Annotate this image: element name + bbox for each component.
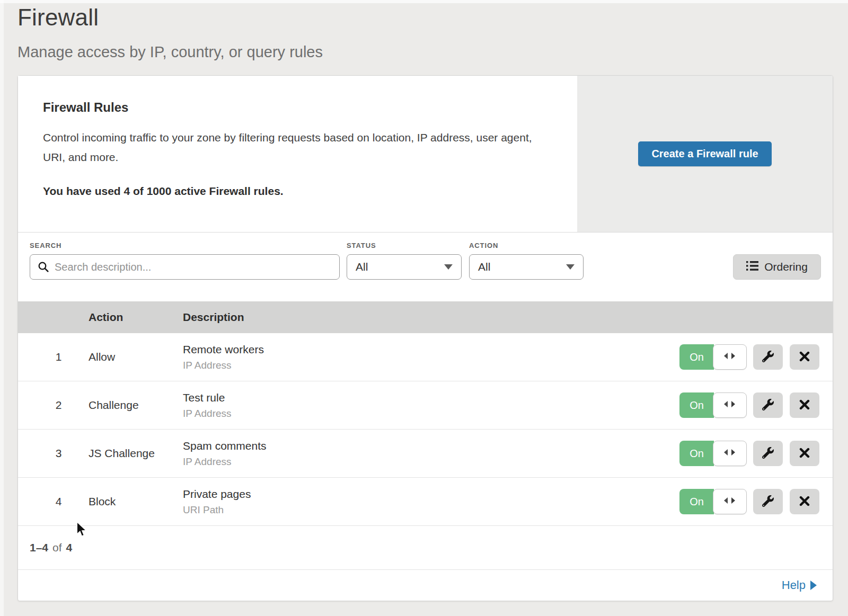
edit-rule-button[interactable] <box>753 489 783 514</box>
status-dropdown[interactable]: All <box>347 254 462 280</box>
arrow-right-icon <box>810 581 817 590</box>
search-field-wrap <box>30 254 340 280</box>
rule-action: Block <box>89 495 183 508</box>
help-link[interactable]: Help <box>782 578 817 592</box>
toggle-arrows-icon <box>723 352 736 362</box>
x-icon <box>799 399 810 412</box>
filters-bar: SEARCH STATUS All ACTION All <box>18 233 833 301</box>
table-row: 4 Block Private pages URI Path On <box>18 478 833 526</box>
delete-rule-button[interactable] <box>790 441 819 466</box>
page-title: Firewall <box>17 4 323 31</box>
toggle-on-label: On <box>679 441 714 466</box>
pagination-range: 1–4 <box>30 541 48 554</box>
rule-priority-number: 3 <box>18 447 89 460</box>
rule-priority-number: 2 <box>18 399 89 412</box>
rule-match-type: IP Address <box>183 408 679 419</box>
rule-enabled-toggle[interactable]: On <box>679 392 747 418</box>
search-label: SEARCH <box>30 242 61 249</box>
description-column-header: Description <box>183 311 833 324</box>
rule-match-type: URI Path <box>183 504 679 516</box>
toggle-on-label: On <box>679 344 714 370</box>
pagination-of: of <box>52 541 62 554</box>
delete-rule-button[interactable] <box>790 392 819 418</box>
rule-description: Spam comments <box>183 440 679 452</box>
firewall-rules-card: Firewall Rules Control incoming traffic … <box>17 75 833 601</box>
x-icon <box>799 351 810 363</box>
toggle-handle[interactable] <box>713 489 747 514</box>
action-label: ACTION <box>469 242 498 249</box>
search-input[interactable] <box>30 254 340 280</box>
card-footer: Help <box>18 570 833 601</box>
rule-description-cell: Private pages URI Path <box>183 488 679 516</box>
rule-enabled-toggle[interactable]: On <box>679 441 747 466</box>
wrench-icon <box>762 399 774 412</box>
rule-match-type: IP Address <box>183 360 679 371</box>
search-icon <box>38 261 49 275</box>
table-header: Action Description <box>18 301 833 333</box>
toggle-handle[interactable] <box>713 441 747 466</box>
help-link-label: Help <box>782 578 806 592</box>
rule-description-cell: Remote workers IP Address <box>183 343 679 371</box>
rule-priority-number: 4 <box>18 495 89 508</box>
overview-text: Firewall Rules Control incoming traffic … <box>18 76 577 232</box>
ordered-list-icon <box>746 261 758 273</box>
toggle-arrows-icon <box>723 449 736 458</box>
edit-rule-button[interactable] <box>753 344 783 370</box>
rule-controls: On <box>679 441 833 466</box>
toggle-arrows-icon <box>723 497 736 506</box>
create-firewall-rule-button[interactable]: Create a Firewall rule <box>638 141 771 166</box>
delete-rule-button[interactable] <box>790 344 819 370</box>
page-header: Firewall Manage access by IP, country, o… <box>17 4 323 61</box>
delete-rule-button[interactable] <box>790 489 819 514</box>
overview-section: Firewall Rules Control incoming traffic … <box>18 76 833 233</box>
toggle-handle[interactable] <box>713 392 747 418</box>
status-value: All <box>356 261 368 273</box>
page-subtitle: Manage access by IP, country, or query r… <box>17 43 323 61</box>
pagination-total: 4 <box>66 541 73 554</box>
rule-controls: On <box>679 392 833 418</box>
chevron-down-icon <box>444 264 453 270</box>
action-column-header: Action <box>89 311 183 324</box>
usage-summary: You have used 4 of 1000 active Firewall … <box>43 185 556 198</box>
rule-description: Remote workers <box>183 343 679 356</box>
wrench-icon <box>762 447 774 460</box>
wrench-icon <box>762 351 774 364</box>
rule-controls: On <box>679 344 833 370</box>
action-value: All <box>478 261 490 273</box>
rule-description-cell: Spam comments IP Address <box>183 440 679 468</box>
overview-heading: Firewall Rules <box>43 100 556 115</box>
pagination: 1–4 of 4 <box>18 526 833 570</box>
table-row: 1 Allow Remote workers IP Address On <box>18 333 833 381</box>
rule-description: Test rule <box>183 391 679 404</box>
edit-rule-button[interactable] <box>753 392 783 418</box>
action-dropdown[interactable]: All <box>469 254 584 280</box>
rule-enabled-toggle[interactable]: On <box>679 344 747 370</box>
rule-action: JS Challenge <box>89 447 183 460</box>
rule-enabled-toggle[interactable]: On <box>679 489 747 514</box>
toggle-on-label: On <box>679 489 714 514</box>
rule-action: Allow <box>89 351 183 363</box>
cta-panel: Create a Firewall rule <box>577 76 833 232</box>
toggle-handle[interactable] <box>713 344 747 370</box>
wrench-icon <box>762 495 774 508</box>
x-icon <box>799 496 810 508</box>
edit-rule-button[interactable] <box>753 441 783 466</box>
table-row: 3 JS Challenge Spam comments IP Address … <box>18 430 833 478</box>
x-icon <box>799 448 810 460</box>
rule-description: Private pages <box>183 488 679 501</box>
rule-action: Challenge <box>89 399 183 412</box>
status-label: STATUS <box>347 242 376 249</box>
rule-match-type: IP Address <box>183 456 679 468</box>
chevron-down-icon <box>566 264 575 270</box>
rule-description-cell: Test rule IP Address <box>183 391 679 419</box>
table-row: 2 Challenge Test rule IP Address On <box>18 381 833 430</box>
rules-table-body: 1 Allow Remote workers IP Address On <box>18 333 833 526</box>
toggle-on-label: On <box>679 392 714 418</box>
ordering-button-label: Ordering <box>764 261 808 273</box>
rule-controls: On <box>679 489 833 514</box>
overview-description: Control incoming traffic to your zone by… <box>43 128 552 167</box>
ordering-button[interactable]: Ordering <box>733 254 821 280</box>
toggle-arrows-icon <box>723 400 736 410</box>
rule-priority-number: 1 <box>18 351 89 363</box>
